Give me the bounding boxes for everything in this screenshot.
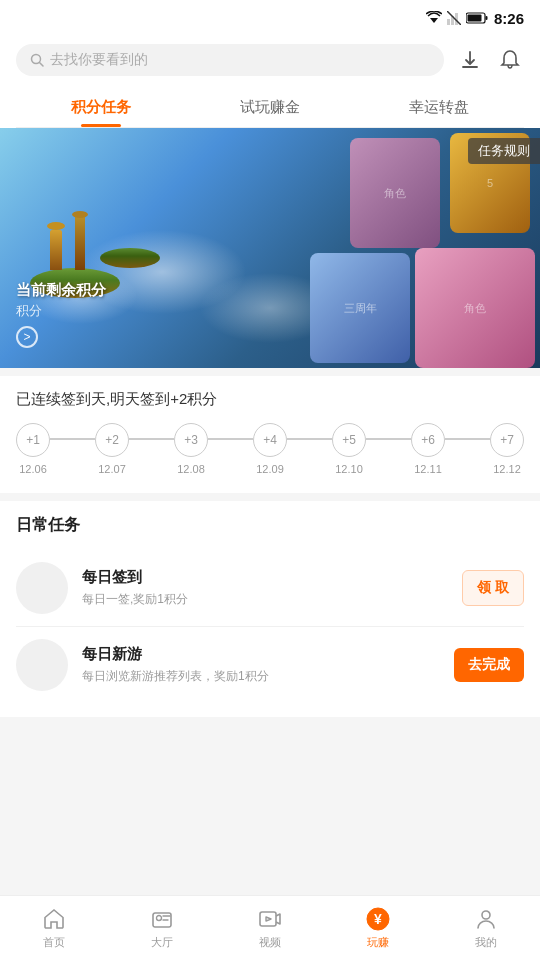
svg-point-12 — [157, 916, 162, 921]
download-button[interactable] — [456, 46, 484, 74]
svg-line-9 — [40, 63, 44, 67]
nav-mine[interactable]: 我的 — [432, 896, 540, 960]
day-date-3: 12.08 — [177, 463, 205, 475]
checkin-days: +1 12.06 +2 12.07 +3 12.08 +4 12.09 +5 1… — [16, 423, 524, 475]
battery-icon — [466, 12, 488, 24]
task-item-newgame: 每日新游 每日浏览新游推荐列表，奖励1积分 去完成 — [16, 627, 524, 703]
task-item-checkin: 每日签到 每日一签,奖励1积分 领 取 — [16, 550, 524, 627]
task-icon-checkin — [16, 562, 68, 614]
tabs: 积分任务 试玩赚金 幸运转盘 — [16, 88, 524, 128]
day-circle-4: +4 — [253, 423, 287, 457]
wifi-icon — [426, 11, 442, 25]
svg-rect-7 — [485, 16, 487, 20]
banner-text: 当前剩余积分 积分 > — [16, 281, 106, 348]
task-name-newgame: 每日新游 — [82, 645, 440, 664]
svg-point-16 — [482, 911, 490, 919]
task-info-newgame: 每日新游 每日浏览新游推荐列表，奖励1积分 — [82, 645, 440, 685]
day-date-4: 12.09 — [256, 463, 284, 475]
hall-icon — [149, 906, 175, 932]
task-name-checkin: 每日签到 — [82, 568, 448, 587]
search-placeholder: 去找你要看到的 — [50, 51, 148, 69]
nav-home-label: 首页 — [43, 935, 65, 950]
char-card-4: 角色 — [415, 248, 535, 368]
task-claim-button[interactable]: 领 取 — [462, 570, 524, 606]
day-circle-7: +7 — [490, 423, 524, 457]
task-go-button[interactable]: 去完成 — [454, 648, 524, 682]
nav-video[interactable]: 视频 — [216, 896, 324, 960]
char-card-1: 角色 — [350, 138, 440, 248]
tab-lucky[interactable]: 幸运转盘 — [355, 88, 524, 127]
banner-main-text: 当前剩余积分 — [16, 281, 106, 300]
bottom-nav: 首页 大厅 视频 ¥ 玩赚 — [0, 895, 540, 960]
day-date-1: 12.06 — [19, 463, 47, 475]
nav-earn[interactable]: ¥ 玩赚 — [324, 896, 432, 960]
nav-home[interactable]: 首页 — [0, 896, 108, 960]
search-row: 去找你要看到的 — [16, 44, 524, 76]
day-line-6 — [445, 438, 490, 440]
day-circle-3: +3 — [174, 423, 208, 457]
day-circle-5: +5 — [332, 423, 366, 457]
checkin-day-6[interactable]: +6 12.11 — [411, 423, 445, 475]
tasks-title: 日常任务 — [16, 515, 524, 536]
checkin-day-2[interactable]: +2 12.07 — [95, 423, 129, 475]
char-card-3: 三周年 — [310, 253, 410, 363]
svg-rect-1 — [447, 19, 450, 25]
banner-characters: 角色 5 三周年 角色 — [260, 128, 540, 368]
checkin-day-1[interactable]: +1 12.06 — [16, 423, 50, 475]
nav-earn-label: 玩赚 — [367, 935, 389, 950]
nav-mine-label: 我的 — [475, 935, 497, 950]
day-line-5 — [366, 438, 411, 440]
home-icon — [41, 906, 67, 932]
tab-trial[interactable]: 试玩赚金 — [185, 88, 354, 127]
day-line-3 — [208, 438, 253, 440]
day-date-6: 12.11 — [414, 463, 442, 475]
day-date-5: 12.10 — [335, 463, 363, 475]
video-icon — [257, 906, 283, 932]
banner-sub-text: 积分 — [16, 302, 106, 320]
day-circle-1: +1 — [16, 423, 50, 457]
banner-arrow-button[interactable]: > — [16, 326, 38, 348]
day-circle-2: +2 — [95, 423, 129, 457]
search-icon — [30, 53, 44, 67]
nav-video-label: 视频 — [259, 935, 281, 950]
day-line-2 — [129, 438, 174, 440]
svg-marker-0 — [430, 18, 438, 23]
nav-hall[interactable]: 大厅 — [108, 896, 216, 960]
earn-icon: ¥ — [365, 906, 391, 932]
banner-rule-badge[interactable]: 任务规则 — [468, 138, 540, 164]
task-icon-newgame — [16, 639, 68, 691]
day-date-7: 12.12 — [493, 463, 521, 475]
nav-hall-label: 大厅 — [151, 935, 173, 950]
svg-text:¥: ¥ — [374, 911, 382, 927]
status-icons — [426, 11, 488, 25]
header: 去找你要看到的 积分任务 试玩赚金 幸运转盘 — [0, 36, 540, 128]
banner: 角色 5 三周年 角色 任务规则 当前剩余积分 积分 > — [0, 128, 540, 368]
checkin-day-4[interactable]: +4 12.09 — [253, 423, 287, 475]
day-line-1 — [50, 438, 95, 440]
mine-icon — [473, 906, 499, 932]
status-bar: 8:26 — [0, 0, 540, 36]
checkin-day-3[interactable]: +3 12.08 — [174, 423, 208, 475]
day-circle-6: +6 — [411, 423, 445, 457]
download-icon — [459, 49, 481, 71]
day-line-4 — [287, 438, 332, 440]
bell-icon — [499, 49, 521, 71]
signal-icon — [447, 11, 461, 25]
search-bar[interactable]: 去找你要看到的 — [16, 44, 444, 76]
task-desc-checkin: 每日一签,奖励1积分 — [82, 591, 448, 608]
notification-button[interactable] — [496, 46, 524, 74]
status-time: 8:26 — [494, 10, 524, 27]
svg-rect-6 — [467, 15, 481, 22]
checkin-day-7[interactable]: +7 12.12 — [490, 423, 524, 475]
checkin-title: 已连续签到天,明天签到+2积分 — [16, 390, 524, 409]
task-info-checkin: 每日签到 每日一签,奖励1积分 — [82, 568, 448, 608]
task-desc-newgame: 每日浏览新游推荐列表，奖励1积分 — [82, 668, 440, 685]
checkin-day-5[interactable]: +5 12.10 — [332, 423, 366, 475]
day-date-2: 12.07 — [98, 463, 126, 475]
svg-rect-13 — [260, 912, 276, 926]
tasks-section: 日常任务 每日签到 每日一签,奖励1积分 领 取 每日新游 每日浏览新游推荐列表… — [0, 501, 540, 717]
checkin-section: 已连续签到天,明天签到+2积分 +1 12.06 +2 12.07 +3 12.… — [0, 376, 540, 493]
tab-points[interactable]: 积分任务 — [16, 88, 185, 127]
